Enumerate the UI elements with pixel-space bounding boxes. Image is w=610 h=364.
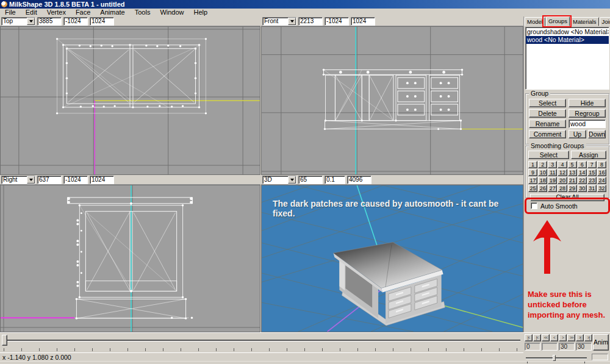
menu-item[interactable]: Help	[189, 9, 213, 16]
smoothing-group-number-button[interactable]: 20	[558, 177, 567, 184]
smoothing-group-number-button[interactable]: 30	[578, 185, 587, 192]
smoothing-group-number-button[interactable]: 10	[538, 169, 547, 176]
smoothing-group-number-button[interactable]: 27	[548, 185, 557, 192]
smoothing-group-number-button[interactable]: 26	[538, 185, 547, 192]
top-view-mode-dropdown[interactable]: Top	[1, 17, 35, 26]
viewport-top[interactable]	[0, 26, 260, 175]
transport-button[interactable]: |<	[533, 334, 541, 341]
smoothing-group-number-button[interactable]: 18	[538, 177, 547, 184]
panel-tab[interactable]: Groups	[546, 16, 570, 26]
persp-far-field[interactable]	[347, 176, 371, 184]
smoothing-group-number-button[interactable]: 15	[587, 169, 597, 176]
anim-frame-field[interactable]	[559, 343, 575, 351]
menu-item[interactable]: Face	[71, 9, 95, 16]
transport-button[interactable]: >>	[567, 334, 575, 341]
smoothing-group-number-button[interactable]: 5	[568, 161, 577, 168]
anim-slider-thumb[interactable]	[553, 355, 556, 361]
smoothing-group-number-button[interactable]: 25	[528, 185, 537, 192]
transport-button[interactable]: >|	[584, 334, 592, 341]
anim-frame-field[interactable]	[542, 343, 558, 351]
panel-tab[interactable]: Joints	[600, 17, 610, 26]
smoothing-group-number-button[interactable]: 2	[538, 161, 547, 168]
smoothing-group-number-button[interactable]: 14	[578, 169, 587, 176]
transport-button[interactable]: <	[550, 334, 558, 341]
smoothing-group-number-button[interactable]: 6	[578, 161, 587, 168]
regroup-button[interactable]: Regroup	[569, 109, 606, 118]
menu-item[interactable]: File	[0, 9, 21, 16]
top-zoom-field[interactable]	[37, 17, 62, 26]
smoothing-group-number-button[interactable]: 11	[548, 169, 557, 176]
front-view-mode-dropdown[interactable]: Front	[262, 17, 296, 26]
right-max-field[interactable]	[90, 176, 114, 184]
anim-slider-groove[interactable]	[526, 357, 587, 359]
smoothing-group-number-button[interactable]: 29	[568, 185, 577, 192]
rename-input[interactable]	[569, 120, 606, 128]
smoothing-group-number-button[interactable]: 7	[587, 161, 597, 168]
menu-item[interactable]: Tools	[130, 9, 156, 16]
select-button[interactable]: Select	[529, 99, 566, 107]
front-min-field[interactable]	[325, 17, 349, 26]
smoothing-group-number-button[interactable]: 28	[558, 185, 567, 192]
group-list-item[interactable]: wood <No Material>	[526, 36, 609, 44]
smoothing-group-number-button[interactable]: 8	[597, 161, 606, 168]
timeline-slider-handle[interactable]	[2, 335, 7, 346]
hide-button[interactable]: Hide	[569, 99, 606, 107]
transport-button[interactable]: |<	[525, 334, 533, 341]
dropdown-arrow-icon[interactable]	[27, 18, 35, 25]
smoothing-group-number-button[interactable]: 32	[597, 185, 606, 192]
anim-frame-field[interactable]	[576, 343, 592, 351]
transport-button[interactable]: >|	[576, 334, 584, 341]
up-button[interactable]: Up	[569, 130, 586, 138]
comment-button[interactable]: Comment	[529, 130, 566, 138]
anim-toggle-button[interactable]: Anim	[593, 334, 609, 351]
timeline-groove[interactable]	[2, 340, 520, 341]
smoothing-group-number-button[interactable]: 21	[568, 177, 577, 184]
anim-frame-field[interactable]	[525, 343, 540, 351]
persp-view-mode-dropdown[interactable]: 3D	[262, 176, 296, 184]
right-zoom-field[interactable]	[37, 176, 62, 184]
viewport-front[interactable]	[261, 26, 523, 175]
smoothing-group-number-button[interactable]: 31	[587, 185, 597, 192]
top-max-field[interactable]	[90, 17, 114, 26]
smoothing-group-number-button[interactable]: 4	[558, 161, 567, 168]
smoothing-group-number-button[interactable]: 23	[587, 177, 597, 184]
dropdown-arrow-icon[interactable]	[288, 176, 296, 184]
smoothing-group-number-button[interactable]: 24	[597, 177, 606, 184]
dropdown-arrow-icon[interactable]	[288, 18, 296, 25]
smoothing-select-button[interactable]: Select	[528, 151, 569, 159]
down-button[interactable]: Down	[588, 130, 606, 138]
right-view-mode-dropdown[interactable]: Right	[1, 176, 35, 184]
viewport-right[interactable]	[0, 185, 260, 332]
front-zoom-field[interactable]	[298, 17, 323, 26]
smoothing-group-number-button[interactable]: 3	[548, 161, 557, 168]
panel-tab[interactable]: Materials	[570, 17, 599, 26]
transport-button[interactable]: >	[559, 334, 567, 341]
menu-item[interactable]: Animate	[95, 9, 129, 16]
rename-button[interactable]: Rename	[529, 120, 566, 128]
front-max-field[interactable]	[351, 17, 375, 26]
smoothing-group-number-button[interactable]: 17	[528, 177, 537, 184]
transport-button[interactable]: <<	[542, 334, 550, 341]
panel-tab[interactable]: Model	[525, 17, 545, 26]
menu-item[interactable]: Edit	[21, 9, 42, 16]
top-min-field[interactable]	[63, 17, 88, 26]
right-min-field[interactable]	[63, 176, 88, 184]
smoothing-assign-button[interactable]: Assign	[571, 151, 606, 159]
smoothing-group-number-button[interactable]: 9	[528, 169, 537, 176]
smoothing-group-number-button[interactable]: 22	[578, 177, 587, 184]
dropdown-arrow-icon[interactable]	[27, 176, 35, 184]
menu-item[interactable]: Vertex	[42, 9, 71, 16]
auto-smooth-highlight-annotation: Auto Smooth	[525, 198, 610, 214]
persp-near-field[interactable]	[325, 176, 345, 184]
auto-smooth-checkbox[interactable]	[531, 202, 537, 209]
smoothing-group-number-button[interactable]: 19	[548, 177, 557, 184]
group-list-item[interactable]: groundshadow <No Material>	[526, 28, 609, 36]
smoothing-group-number-button[interactable]: 12	[558, 169, 567, 176]
smoothing-group-number-button[interactable]: 16	[597, 169, 606, 176]
delete-button[interactable]: Delete	[529, 109, 566, 118]
smoothing-group-number-button[interactable]: 13	[568, 169, 577, 176]
persp-fov-field[interactable]	[298, 176, 323, 184]
menu-item[interactable]: Window	[155, 9, 188, 16]
smoothing-groups-box: Smoothing Groups Select Assign 123456789…	[525, 146, 609, 198]
smoothing-group-number-button[interactable]: 1	[528, 161, 537, 168]
